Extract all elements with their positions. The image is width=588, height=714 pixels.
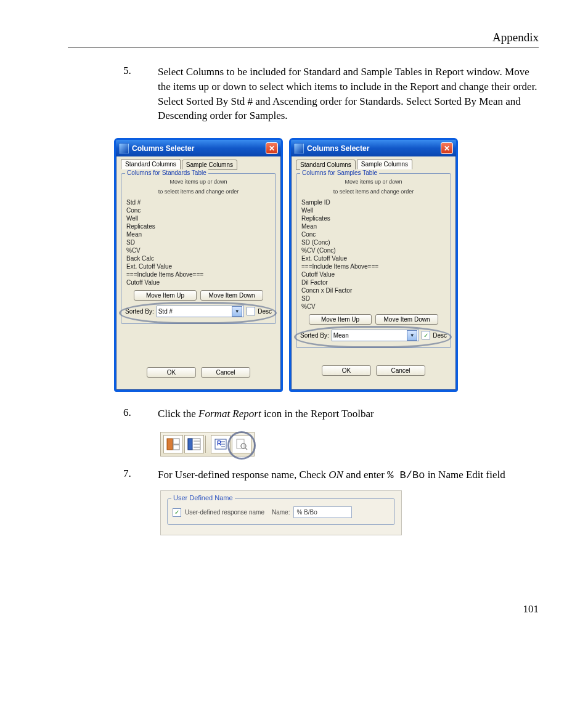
toolbar-icon-1[interactable] [163,435,183,453]
tab-sample-columns[interactable]: Sample Columns [182,160,237,170]
sorted-by-label: Sorted By: [125,308,154,315]
list-item[interactable]: Mean [300,222,447,230]
move-item-up-button[interactable]: Move Item Up [309,314,372,325]
format-report-icon[interactable]: R [211,435,231,453]
svg-line-15 [245,448,247,450]
hint-line-2: to select items and change order [300,189,447,196]
close-button[interactable]: ✕ [441,142,453,154]
hint-line-1: Move items up or down [300,179,447,186]
desc-label: Desc [433,332,447,339]
columns-selecter-dialog-samples: Columns Selecter ✕ Standard Columns Samp… [289,138,458,391]
chevron-down-icon: ▼ [232,306,242,317]
svg-rect-1 [173,439,179,444]
list-item[interactable]: Replicates [300,214,447,222]
svg-rect-0 [167,439,173,450]
list-item[interactable]: Conc [125,206,272,214]
list-item[interactable]: SD [300,294,447,302]
toolbar-icon-2[interactable] [184,435,204,453]
move-item-up-button[interactable]: Move Item Up [134,290,197,301]
user-defined-name-panel: User Defined Name ✓ User-defined respons… [160,490,402,535]
list-item[interactable]: Replicates [125,222,272,230]
list-item[interactable]: Mean [125,230,272,238]
columns-list[interactable]: Std # Conc Well Replicates Mean SD %CV B… [125,198,272,286]
list-item[interactable]: Sample ID [300,198,447,206]
hint-line-1: Move items up or down [125,179,272,186]
desc-checkbox[interactable]: ✓ [422,331,430,339]
sorted-by-value: Std # [158,308,173,315]
move-item-down-button[interactable]: Move Item Down [200,290,263,301]
dialog-title: Columns Selecter [307,144,369,153]
page-number: 101 [68,603,539,615]
list-item[interactable]: SD [125,238,272,246]
list-item[interactable]: Ext. Cutoff Value [125,262,272,270]
report-toolbar: R [160,432,255,456]
desc-checkbox[interactable] [247,307,255,315]
list-item[interactable]: Std # [125,198,272,206]
list-item[interactable]: Conc [300,230,447,238]
dialog-title: Columns Selecter [132,144,194,153]
step-5-text: Select Columns to be included for Standa… [158,65,539,123]
list-item[interactable]: Cutoff Value [125,278,272,286]
hint-line-2: to select items and change order [125,189,272,196]
list-item[interactable]: Concn x Dil Factor [300,286,447,294]
list-item[interactable]: Ext. Cutoff Value [300,254,447,262]
ok-button[interactable]: OK [147,367,196,378]
group-title: Columns for Standards Table [125,169,208,176]
app-icon [294,144,304,153]
user-defined-checkbox[interactable]: ✓ [173,508,181,517]
list-item[interactable]: Well [300,206,447,214]
ok-button[interactable]: OK [322,365,371,376]
step-6-number: 6. [123,407,158,421]
tab-sample-columns[interactable]: Sample Columns [357,159,412,169]
step-5-number: 5. [123,65,158,123]
chevron-down-icon: ▼ [407,330,417,341]
cancel-button[interactable]: Cancel [201,367,250,378]
tab-standard-columns[interactable]: Standard Columns [296,160,356,170]
step-7-text: For User-defined response name, Check ON… [158,468,539,483]
name-input[interactable]: % B/Bo [293,506,352,518]
columns-selecter-dialog-standards: Columns Selecter ✕ Standard Columns Samp… [114,138,283,391]
move-item-down-button[interactable]: Move Item Down [375,314,438,325]
sorted-by-value: Mean [333,332,349,339]
group-title: Columns for Samples Table [300,169,379,176]
toolbar-separator [205,436,210,453]
sorted-by-label: Sorted By: [300,332,329,339]
svg-rect-4 [188,439,192,450]
checkbox-label: User-defined response name [185,509,264,516]
svg-text:R: R [217,440,222,447]
cancel-button[interactable]: Cancel [376,365,425,376]
sorted-by-combo[interactable]: Std # ▼ [157,306,245,317]
list-item[interactable]: Well [125,214,272,222]
group-title: User Defined Name [171,494,235,501]
list-item[interactable]: %CV (Conc) [300,246,447,254]
columns-list[interactable]: Sample ID Well Replicates Mean Conc SD (… [300,198,447,310]
magnify-icon[interactable] [232,435,251,453]
app-icon [119,144,129,153]
list-item[interactable]: %CV [125,246,272,254]
list-item[interactable]: SD (Conc) [300,238,447,246]
list-item[interactable]: Back Calc [125,254,272,262]
list-item[interactable]: Dil Factor [300,278,447,286]
header-title: Appendix [68,31,539,47]
list-item[interactable]: %CV [300,302,447,310]
sorted-by-combo[interactable]: Mean ▼ [332,330,420,341]
step-6-text: Click the Format Report icon in the Repo… [158,407,539,421]
list-item[interactable]: ===Include Items Above=== [125,270,272,278]
svg-rect-2 [173,445,179,450]
close-button[interactable]: ✕ [266,142,278,154]
tab-standard-columns[interactable]: Standard Columns [121,159,181,169]
step-7-number: 7. [123,468,158,483]
list-item[interactable]: Cutoff Value [300,270,447,278]
list-item[interactable]: ===Include Items Above=== [300,262,447,270]
name-label: Name: [272,509,290,516]
desc-label: Desc [258,308,272,315]
